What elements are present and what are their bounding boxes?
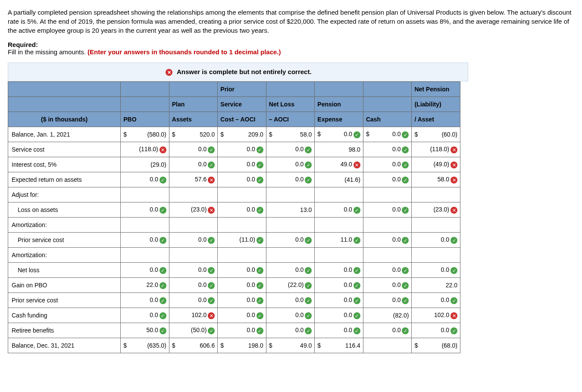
value-cell[interactable]: (41.6) [315, 172, 363, 187]
value-cell[interactable] [121, 248, 169, 263]
value-cell[interactable]: 0.0✓ [218, 172, 266, 187]
value-cell[interactable]: 0.0✓ [169, 233, 218, 248]
value-cell[interactable]: 0.0✓ [121, 172, 169, 187]
value-cell[interactable] [169, 248, 218, 263]
value-cell[interactable]: 0.0✓ [412, 233, 460, 248]
value-cell[interactable]: 0.0✓ [363, 233, 412, 248]
value-cell[interactable]: (29.0) [121, 157, 169, 172]
value-cell[interactable] [412, 218, 460, 233]
value-cell[interactable]: 0.0✓ [363, 202, 412, 218]
value-cell[interactable]: $(580.0) [121, 127, 169, 142]
value-cell[interactable]: 13.0 [266, 202, 315, 218]
value-cell[interactable] [218, 218, 266, 233]
value-cell[interactable]: $0.0✓ [363, 127, 412, 142]
value-cell[interactable]: 0.0✓ [218, 278, 266, 293]
value-cell[interactable]: (23.0)✕ [412, 202, 460, 218]
value-cell[interactable]: 0.0✓ [121, 293, 169, 308]
value-cell[interactable]: $116.4 [315, 338, 363, 353]
value-cell[interactable]: 0.0✓ [169, 157, 218, 172]
value-cell[interactable]: 58.0✕ [412, 172, 460, 187]
value-cell[interactable]: 22.0✓ [121, 278, 169, 293]
value-cell[interactable]: 0.0✓ [121, 202, 169, 218]
value-cell[interactable]: 0.0✓ [266, 172, 315, 187]
value-cell[interactable]: 0.0✓ [412, 323, 460, 338]
value-cell[interactable] [363, 218, 412, 233]
value-cell[interactable]: 0.0✓ [218, 202, 266, 218]
value-cell[interactable]: (49.0)✕ [412, 157, 460, 172]
value-cell[interactable]: $58.0 [266, 127, 315, 142]
value-cell[interactable]: 0.0✓ [218, 263, 266, 278]
value-cell[interactable] [412, 187, 460, 202]
value-cell[interactable]: 0.0✓ [121, 308, 169, 323]
value-cell[interactable]: 50.0✓ [121, 323, 169, 338]
value-cell[interactable]: 0.0✓ [363, 278, 412, 293]
value-cell[interactable]: $606.6 [169, 338, 218, 353]
value-cell[interactable] [315, 187, 363, 202]
value-cell[interactable]: (23.0)✕ [169, 202, 218, 218]
value-cell[interactable]: 0.0✓ [218, 293, 266, 308]
value-cell[interactable] [315, 248, 363, 263]
value-cell[interactable] [363, 338, 412, 353]
value-cell[interactable]: 0.0✓ [363, 142, 412, 157]
value-cell[interactable]: 102.0✕ [412, 308, 460, 323]
value-cell[interactable]: $(635.0) [121, 338, 169, 353]
value-cell[interactable]: $520.0 [169, 127, 218, 142]
value-cell[interactable]: 0.0✓ [315, 278, 363, 293]
value-cell[interactable]: (11.0)✓ [218, 233, 266, 248]
value-cell[interactable]: 0.0✓ [266, 157, 315, 172]
value-cell[interactable]: 0.0✓ [363, 263, 412, 278]
value-cell[interactable]: 0.0✓ [266, 142, 315, 157]
value-cell[interactable]: 0.0✓ [169, 263, 218, 278]
value-cell[interactable]: $209.0 [218, 127, 266, 142]
value-cell[interactable] [169, 187, 218, 202]
value-cell[interactable]: (118.0)✕ [412, 142, 460, 157]
value-cell[interactable]: 102.0✕ [169, 308, 218, 323]
value-cell[interactable]: 0.0✓ [169, 142, 218, 157]
value-cell[interactable] [218, 187, 266, 202]
value-cell[interactable]: 0.0✓ [121, 263, 169, 278]
value-cell[interactable]: 0.0✓ [218, 308, 266, 323]
value-cell[interactable]: 0.0✓ [121, 233, 169, 248]
value-cell[interactable]: 0.0✓ [412, 293, 460, 308]
value-cell[interactable]: 0.0✓ [266, 293, 315, 308]
value-cell[interactable]: 49.0✕ [315, 157, 363, 172]
value-cell[interactable]: $(60.0) [412, 127, 460, 142]
value-cell[interactable]: 0.0✓ [315, 263, 363, 278]
value-cell[interactable]: $49.0 [266, 338, 315, 353]
value-cell[interactable]: 0.0✓ [218, 142, 266, 157]
value-cell[interactable]: 0.0✓ [363, 323, 412, 338]
value-cell[interactable]: 0.0✓ [266, 233, 315, 248]
value-cell[interactable]: 0.0✓ [315, 308, 363, 323]
value-cell[interactable]: $198.0 [218, 338, 266, 353]
value-cell[interactable]: 0.0✓ [315, 323, 363, 338]
value-cell[interactable]: 0.0✓ [218, 157, 266, 172]
value-cell[interactable]: (22.0)✓ [266, 278, 315, 293]
value-cell[interactable]: 0.0✓ [363, 293, 412, 308]
value-cell[interactable] [363, 248, 412, 263]
value-cell[interactable] [169, 218, 218, 233]
value-cell[interactable]: 0.0✓ [266, 308, 315, 323]
value-cell[interactable]: 0.0✓ [169, 293, 218, 308]
value-cell[interactable]: $(68.0) [412, 338, 460, 353]
value-cell[interactable]: 0.0✓ [169, 278, 218, 293]
value-cell[interactable]: 0.0✓ [363, 172, 412, 187]
value-cell[interactable]: 57.6✕ [169, 172, 218, 187]
value-cell[interactable] [363, 187, 412, 202]
value-cell[interactable]: 0.0✓ [266, 323, 315, 338]
value-cell[interactable] [266, 248, 315, 263]
value-cell[interactable]: (82.0) [363, 308, 412, 323]
value-cell[interactable]: 0.0✓ [363, 157, 412, 172]
value-cell[interactable] [315, 218, 363, 233]
value-cell[interactable]: (50.0)✓ [169, 323, 218, 338]
value-cell[interactable] [121, 218, 169, 233]
value-cell[interactable]: (118.0)✕ [121, 142, 169, 157]
value-cell[interactable] [266, 218, 315, 233]
value-cell[interactable]: 0.0✓ [315, 202, 363, 218]
value-cell[interactable]: 0.0✓ [218, 323, 266, 338]
value-cell[interactable]: 0.0✓ [412, 263, 460, 278]
value-cell[interactable] [218, 248, 266, 263]
value-cell[interactable]: 98.0 [315, 142, 363, 157]
value-cell[interactable]: $0.0✓ [315, 127, 363, 142]
value-cell[interactable]: 22.0 [412, 278, 460, 293]
value-cell[interactable]: 0.0✓ [315, 293, 363, 308]
